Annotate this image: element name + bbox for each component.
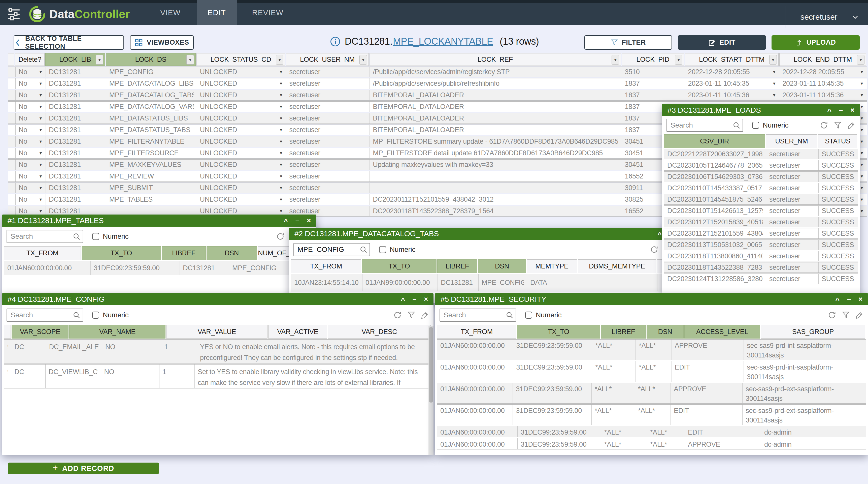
cell-dropdown[interactable]: UNLOCKED▼ <box>197 171 286 181</box>
cell-dropdown[interactable]: UNLOCKED▼ <box>197 125 286 135</box>
filter-icon[interactable] <box>842 311 850 319</box>
info-icon[interactable] <box>330 36 341 47</box>
cell-dropdown[interactable]: 2022-12-28 20:05:55▼ <box>779 67 867 77</box>
viewbox-titlebar[interactable]: #1 DC131281.MPE_TABLES ^ – × <box>2 215 316 227</box>
cell-dropdown[interactable]: No▼ <box>16 102 45 112</box>
column-header[interactable]: DBMS_MEMTYPE <box>578 259 656 273</box>
cell-dropdown[interactable]: No▼ <box>16 90 45 100</box>
cell-dropdown[interactable]: UNLOCKED▼ <box>197 183 286 193</box>
column-header[interactable]: ACCESS_LEVEL <box>684 325 760 339</box>
column-header[interactable]: LIBREF <box>437 259 477 273</box>
column-header[interactable]: TX_TO <box>362 259 436 273</box>
column-header[interactable]: USER_NM <box>766 134 817 148</box>
cell-dropdown[interactable]: UNLOCKED▼ <box>197 160 286 170</box>
upload-button[interactable]: UPLOAD <box>772 35 860 50</box>
viewbox-titlebar[interactable]: #2 DC131281.MPE_DATACATALOG_TABS ^ – × <box>289 228 690 240</box>
cell-dropdown[interactable]: UNLOCKED▼ <box>197 102 286 112</box>
column-filter-button[interactable]: ▼ <box>857 55 865 64</box>
column-filter-button[interactable]: ▼ <box>612 55 619 64</box>
tab-view[interactable]: VIEW <box>144 0 197 25</box>
numeric-filter[interactable]: Numeric <box>92 232 128 240</box>
column-header[interactable]: LOCK_STATUS_CD▼ <box>196 53 285 66</box>
cell-dropdown[interactable]: 2023-01-11 10:45:35▼ <box>779 78 867 89</box>
search-input[interactable] <box>439 309 516 322</box>
column-header[interactable]: CSV_DIR <box>664 134 765 148</box>
search-input[interactable] <box>6 309 83 322</box>
edit-pencil-icon[interactable] <box>847 121 856 129</box>
column-header[interactable]: VAR_VALUE <box>166 325 268 339</box>
close-icon[interactable]: × <box>424 296 428 303</box>
column-header[interactable]: VAR_DESC <box>328 325 431 339</box>
table-name-link[interactable]: MPE_LOCKANYTABLE <box>393 36 493 47</box>
edit-pencil-icon[interactable] <box>421 311 429 319</box>
close-icon[interactable]: × <box>850 107 855 114</box>
cell-dropdown[interactable]: No▼ <box>16 183 45 193</box>
refresh-icon[interactable] <box>819 121 828 130</box>
cell-dropdown[interactable]: 2023-01-11 10:45:35▼ <box>685 78 779 89</box>
column-header[interactable]: TX_FROM <box>437 325 516 339</box>
edit-pencil-icon[interactable] <box>856 311 864 319</box>
collapse-icon[interactable]: ^ <box>828 108 832 115</box>
column-header[interactable]: VAR_ACTIVE <box>268 325 327 339</box>
column-header[interactable]: TX_FROM <box>4 246 81 260</box>
column-header[interactable]: LOCK_LIB▼ <box>45 53 105 66</box>
column-header[interactable]: LOCK_REF▼ <box>370 53 621 66</box>
cell-dropdown[interactable]: UNLOCKED▼ <box>197 113 286 123</box>
column-filter-button[interactable]: ▼ <box>186 55 194 64</box>
minimize-icon[interactable]: – <box>412 296 416 303</box>
cell-dropdown[interactable]: No▼ <box>16 125 45 135</box>
search-input[interactable] <box>6 230 83 243</box>
column-header[interactable]: Delete? <box>15 53 44 66</box>
user-menu[interactable]: secretuser <box>785 6 868 28</box>
viewbox-titlebar[interactable]: #5 DC131281.MPE_SECURITY ^ – × <box>435 293 868 305</box>
column-header[interactable]: VAR_NAME <box>69 325 165 339</box>
vertical-scrollbar[interactable] <box>429 326 434 455</box>
add-record-button[interactable]: + ADD RECORD <box>8 462 159 474</box>
cell-dropdown[interactable]: 2023-01-11 10:45:36▼ <box>779 90 867 100</box>
column-filter-button[interactable]: ▼ <box>96 55 103 64</box>
column-header[interactable]: DSN <box>647 325 684 339</box>
close-icon[interactable]: × <box>307 217 311 224</box>
column-header[interactable] <box>8 53 14 66</box>
search-input[interactable] <box>293 243 370 256</box>
cell-dropdown[interactable]: UNLOCKED▼ <box>197 148 286 158</box>
numeric-filter[interactable]: Numeric <box>379 246 415 254</box>
numeric-filter[interactable]: Numeric <box>92 311 128 319</box>
column-header[interactable]: SAS_GROUP <box>761 325 865 339</box>
cell-dropdown[interactable]: No▼ <box>16 136 45 147</box>
column-header[interactable]: LOCK_PID▼ <box>622 53 684 66</box>
search-input[interactable] <box>666 119 743 132</box>
numeric-checkbox[interactable] <box>752 122 759 129</box>
collapse-icon[interactable]: ^ <box>401 297 405 304</box>
column-header[interactable]: VAR_SCOPE <box>11 325 68 339</box>
numeric-checkbox[interactable] <box>379 246 386 253</box>
numeric-checkbox[interactable] <box>525 312 532 319</box>
collapse-icon[interactable]: ^ <box>836 297 840 304</box>
cell-dropdown[interactable]: UNLOCKED▼ <box>197 136 286 147</box>
tab-review[interactable]: REVIEW <box>237 0 299 25</box>
viewbox-titlebar[interactable]: #3 DC131281.MPE_LOADS ^ – × <box>662 104 860 116</box>
close-icon[interactable]: × <box>859 296 863 303</box>
app-logo[interactable]: DataController <box>29 5 147 23</box>
column-header[interactable]: TX_TO <box>82 246 161 260</box>
column-filter-button[interactable]: ▼ <box>675 55 682 64</box>
column-header[interactable]: TX_FROM <box>291 259 361 273</box>
column-header[interactable]: LOCK_DS▼ <box>106 53 196 66</box>
numeric-checkbox[interactable] <box>92 312 99 319</box>
viewboxes-button[interactable]: VIEWBOXES <box>130 35 194 50</box>
viewbox-titlebar[interactable]: #4 DC131281.MPE_CONFIG ^ – × <box>2 293 434 305</box>
minimize-icon[interactable]: – <box>839 107 843 114</box>
column-header[interactable]: DSN <box>207 246 257 260</box>
column-header[interactable]: LOCK_USER_NM▼ <box>286 53 369 66</box>
cell-dropdown[interactable]: No▼ <box>16 171 45 181</box>
back-to-table-selection-button[interactable]: BACK TO TABLE SELECTION <box>13 35 124 50</box>
refresh-icon[interactable] <box>650 245 658 254</box>
numeric-filter[interactable]: Numeric <box>525 311 561 319</box>
cell-dropdown[interactable]: No▼ <box>16 160 45 170</box>
tab-edit[interactable]: EDIT <box>197 0 237 25</box>
numeric-checkbox[interactable] <box>92 233 99 240</box>
edit-button[interactable]: EDIT <box>678 35 766 50</box>
minimize-icon[interactable]: – <box>847 296 851 303</box>
menu-icon[interactable] <box>0 7 28 22</box>
column-header[interactable] <box>4 325 11 339</box>
